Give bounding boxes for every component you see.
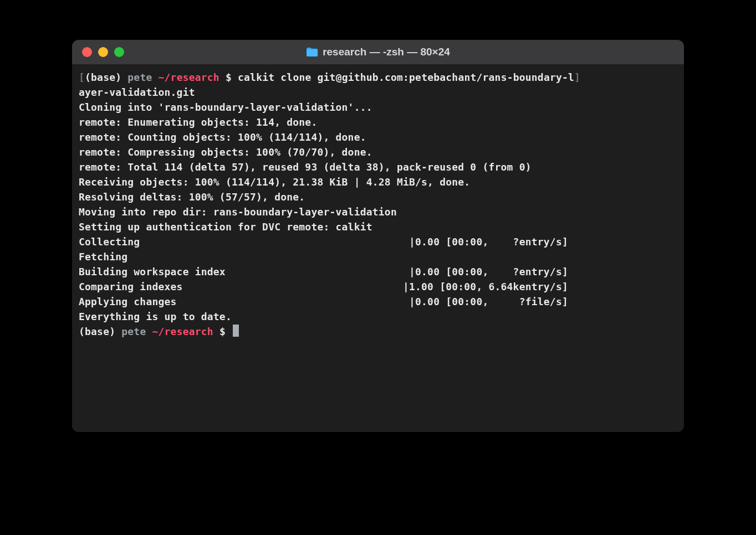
traffic-lights — [72, 47, 124, 57]
cursor-icon — [233, 325, 239, 337]
close-icon[interactable] — [82, 47, 92, 57]
final-status: Everything is up to date. — [79, 309, 677, 324]
output-line: Setting up authentication for DVC remote… — [79, 219, 677, 234]
minimize-icon[interactable] — [98, 47, 108, 57]
output-line: remote: Counting objects: 100% (114/114)… — [79, 130, 677, 145]
progress-line: Collecting |0.00 [00:00, ?entry/s] — [79, 234, 677, 249]
conda-env: (base) — [85, 71, 121, 83]
output-line: Cloning into 'rans-boundary-layer-valida… — [79, 100, 677, 115]
prompt-line-1: [(base) pete ~/research $ calkit clone g… — [79, 70, 677, 85]
prompt-line-2: (base) pete ~/research $ — [79, 324, 677, 339]
output-line: remote: Enumerating objects: 114, done. — [79, 115, 677, 130]
prompt-symbol: $ — [219, 326, 226, 337]
progress-line: Comparing indexes |1.00 [00:00, 6.64kent… — [79, 279, 677, 294]
username: pete — [127, 71, 152, 83]
output-line: Moving into repo dir: rans-boundary-laye… — [79, 204, 677, 219]
prompt-symbol: $ — [226, 71, 232, 83]
cwd-path: ~/research — [159, 71, 219, 83]
progress-line: Building workspace index |0.00 [00:00, ?… — [79, 264, 677, 279]
folder-icon — [306, 47, 318, 57]
command-text: calkit clone git@github.com:petebachant/… — [238, 71, 574, 83]
bracket-open: [ — [79, 71, 85, 83]
zoom-icon[interactable] — [114, 47, 124, 57]
bracket-close: ] — [574, 71, 580, 83]
conda-env: (base) — [79, 326, 115, 337]
progress-line: Applying changes |0.00 [00:00, ?file/s] — [79, 294, 677, 309]
output-line: Resolving deltas: 100% (57/57), done. — [79, 189, 677, 204]
cwd-path: ~/research — [152, 326, 213, 337]
output-line: remote: Compressing objects: 100% (70/70… — [79, 145, 677, 160]
terminal-body[interactable]: [(base) pete ~/research $ calkit clone g… — [72, 64, 684, 432]
terminal-window: research — -zsh — 80×24 [(base) pete ~/r… — [72, 40, 684, 432]
svg-rect-0 — [307, 49, 318, 56]
output-line: Receiving objects: 100% (114/114), 21.38… — [79, 174, 677, 189]
output-line: remote: Total 114 (delta 57), reused 93 … — [79, 160, 677, 174]
username: pete — [121, 326, 146, 337]
titlebar[interactable]: research — -zsh — 80×24 — [72, 40, 684, 64]
command-wrap: ayer-validation.git — [79, 85, 677, 100]
progress-line: Fetching — [79, 249, 677, 264]
window-title-text: research — -zsh — 80×24 — [323, 46, 450, 58]
window-title: research — -zsh — 80×24 — [306, 46, 450, 58]
